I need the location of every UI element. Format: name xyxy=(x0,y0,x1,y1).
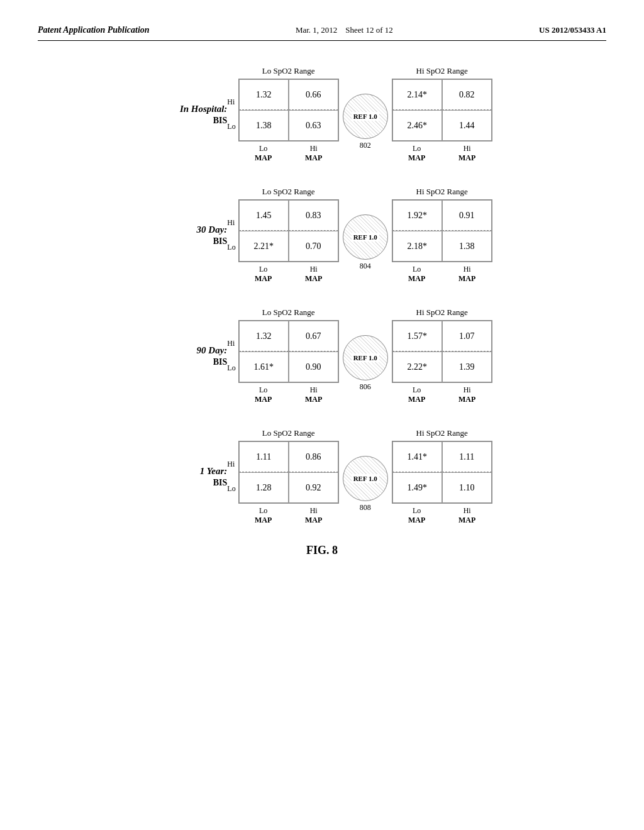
ref-text-30-day: REF 1.0 xyxy=(352,233,379,241)
bis-in-hospital: BIS xyxy=(213,116,228,126)
ref-id-in-hospital: 802 xyxy=(360,141,371,150)
table-block-hi-90-day: Hi SpO2 Range1.57*1.072.22*1.39LoMAPHiMA… xyxy=(392,307,492,404)
grid-table-hi-90-day: 1.57*1.072.22*1.39 xyxy=(392,320,492,383)
cell-lo-30-day-r1-c1: 0.70 xyxy=(289,231,338,262)
page: Patent Application Publication Mar. 1, 2… xyxy=(0,0,644,830)
cell-lo-1-year-r1-c1: 0.92 xyxy=(289,472,338,503)
ref-block-in-hospital: REF 1.0802 xyxy=(343,94,388,150)
inner-group-30-day: Lo SpO2 Range1.450.832.21*0.70LoMAPHiMAP… xyxy=(238,187,492,284)
grid-table-lo-90-day: 1.320.671.61*0.90 xyxy=(238,320,339,383)
cell-hi-in-hospital-r0-c1: 0.82 xyxy=(442,79,492,110)
cell-hi-90-day-r1-c1: 1.39 xyxy=(442,351,492,382)
cell-lo-in-hospital-r0-c0: 1.32 xyxy=(239,79,289,110)
map-label-Hi-hi-1-year: HiMAP xyxy=(458,506,475,525)
range-title-hi-30-day: Hi SpO2 Range xyxy=(416,187,468,197)
side-labels-30-day: HiLo xyxy=(227,204,238,267)
map-labels-lo-30-day: LoMAPHiMAP xyxy=(238,265,339,284)
ref-id-90-day: 806 xyxy=(360,382,371,392)
side-labels-in-hospital: HiLo xyxy=(227,83,238,146)
cell-hi-30-day-r1-c1: 1.38 xyxy=(442,231,492,262)
cell-hi-90-day-r0-c1: 1.07 xyxy=(442,321,492,351)
publication-title: Patent Application Publication xyxy=(38,25,150,35)
header-date: Mar. 1, 2012 xyxy=(296,25,337,35)
period-90-day: 90 Day: xyxy=(197,345,228,356)
cell-hi-in-hospital-r1-c0: 2.46* xyxy=(392,110,442,141)
range-title-lo-1-year: Lo SpO2 Range xyxy=(262,428,315,438)
cell-lo-90-day-r0-c0: 1.32 xyxy=(239,321,289,351)
inner-group-90-day: Lo SpO2 Range1.320.671.61*0.90LoMAPHiMAP… xyxy=(238,307,492,404)
table-block-hi-in-hospital: Hi SpO2 Range2.14*0.822.46*1.44LoMAPHiMA… xyxy=(392,66,492,163)
cell-hi-90-day-r1-c0: 2.22* xyxy=(392,351,442,382)
side-labels-90-day: HiLo xyxy=(227,324,238,387)
group-90-day: 90 Day:BISHiLoLo SpO2 Range1.320.671.61*… xyxy=(152,307,492,404)
map-labels-lo-90-day: LoMAPHiMAP xyxy=(238,385,339,404)
cell-lo-1-year-r1-c0: 1.28 xyxy=(239,472,289,503)
ref-block-90-day: REF 1.0806 xyxy=(343,335,388,392)
table-block-lo-90-day: Lo SpO2 Range1.320.671.61*0.90LoMAPHiMAP xyxy=(238,307,339,404)
map-label-Lo-hi-30-day: LoMAP xyxy=(408,265,425,284)
period-in-hospital: In Hospital: xyxy=(180,104,227,114)
header-left: Patent Application Publication xyxy=(38,25,150,35)
cell-hi-30-day-r0-c1: 0.91 xyxy=(442,200,492,231)
range-title-lo-90-day: Lo SpO2 Range xyxy=(262,307,315,318)
ref-circle-90-day: REF 1.0 xyxy=(343,335,388,380)
cell-hi-in-hospital-r0-c0: 2.14* xyxy=(392,79,442,110)
map-labels-hi-in-hospital: LoMAPHiMAP xyxy=(392,144,492,163)
ref-id-1-year: 808 xyxy=(360,503,371,512)
figure-area: In Hospital:BISHiLoLo SpO2 Range1.320.66… xyxy=(38,66,606,525)
cell-hi-30-day-r0-c0: 1.92* xyxy=(392,200,442,231)
grid-table-lo-in-hospital: 1.320.661.380.63 xyxy=(238,79,339,141)
map-labels-lo-1-year: LoMAPHiMAP xyxy=(238,506,339,525)
ref-circle-30-day: REF 1.0 xyxy=(343,214,388,260)
ref-block-30-day: REF 1.0804 xyxy=(343,214,388,271)
map-label-Hi-hi-30-day: HiMAP xyxy=(458,265,475,284)
cell-lo-30-day-r1-c0: 2.21* xyxy=(239,231,289,262)
grid-table-lo-1-year: 1.110.861.280.92 xyxy=(238,441,339,504)
cell-lo-90-day-r0-c1: 0.67 xyxy=(289,321,338,351)
period-1-year: 1 Year: xyxy=(200,466,227,477)
cell-hi-1-year-r0-c1: 1.11 xyxy=(442,441,492,472)
map-label-Hi-lo-90-day: HiMAP xyxy=(305,385,322,404)
lo-label-in-hospital: Lo xyxy=(227,122,235,131)
map-label-Hi-lo-1-year: HiMAP xyxy=(305,506,322,525)
map-label-Hi-hi-in-hospital: HiMAP xyxy=(458,144,475,163)
map-label-Lo-hi-90-day: LoMAP xyxy=(408,385,425,404)
table-block-lo-30-day: Lo SpO2 Range1.450.832.21*0.70LoMAPHiMAP xyxy=(238,187,339,284)
cell-lo-1-year-r0-c1: 0.86 xyxy=(289,441,338,472)
range-title-lo-30-day: Lo SpO2 Range xyxy=(262,187,315,197)
lo-label-90-day: Lo xyxy=(227,363,235,373)
hi-label-in-hospital: Hi xyxy=(227,97,235,107)
ref-text-in-hospital: REF 1.0 xyxy=(352,112,379,121)
ref-block-1-year: REF 1.0808 xyxy=(343,456,388,512)
range-title-lo-in-hospital: Lo SpO2 Range xyxy=(262,66,315,76)
cell-lo-30-day-r0-c0: 1.45 xyxy=(239,200,289,231)
grid-table-hi-1-year: 1.41*1.111.49*1.10 xyxy=(392,441,492,504)
fig-label-text: FIG. 8 xyxy=(306,544,338,556)
side-labels-1-year: HiLo xyxy=(227,445,238,508)
table-block-hi-30-day: Hi SpO2 Range1.92*0.912.18*1.38LoMAPHiMA… xyxy=(392,187,492,284)
bis-90-day: BIS xyxy=(213,357,228,367)
range-title-hi-1-year: Hi SpO2 Range xyxy=(416,428,468,438)
map-label-Lo-lo-in-hospital: LoMAP xyxy=(255,144,272,163)
cell-lo-in-hospital-r1-c1: 0.63 xyxy=(289,110,338,141)
ref-id-30-day: 804 xyxy=(360,262,371,271)
grid-table-hi-30-day: 1.92*0.912.18*1.38 xyxy=(392,199,492,262)
map-labels-lo-in-hospital: LoMAPHiMAP xyxy=(238,144,339,163)
range-title-hi-90-day: Hi SpO2 Range xyxy=(416,307,468,318)
lo-label-1-year: Lo xyxy=(227,484,235,494)
map-label-Lo-hi-1-year: LoMAP xyxy=(408,506,425,525)
range-title-hi-in-hospital: Hi SpO2 Range xyxy=(416,66,468,76)
table-block-lo-1-year: Lo SpO2 Range1.110.861.280.92LoMAPHiMAP xyxy=(238,428,339,525)
map-label-Hi-lo-30-day: HiMAP xyxy=(305,265,322,284)
label-area-30-day: 30 Day:BIS xyxy=(152,224,227,246)
map-label-Lo-lo-30-day: LoMAP xyxy=(255,265,272,284)
cell-hi-1-year-r0-c0: 1.41* xyxy=(392,441,442,472)
lo-label-30-day: Lo xyxy=(227,243,235,252)
header: Patent Application Publication Mar. 1, 2… xyxy=(38,25,606,41)
map-label-Lo-hi-in-hospital: LoMAP xyxy=(408,144,425,163)
cell-hi-in-hospital-r1-c1: 1.44 xyxy=(442,110,492,141)
label-area-1-year: 1 Year:BIS xyxy=(152,466,227,488)
header-patent-num: US 2012/053433 A1 xyxy=(539,25,606,35)
group-in-hospital: In Hospital:BISHiLoLo SpO2 Range1.320.66… xyxy=(152,66,492,163)
map-labels-hi-1-year: LoMAPHiMAP xyxy=(392,506,492,525)
